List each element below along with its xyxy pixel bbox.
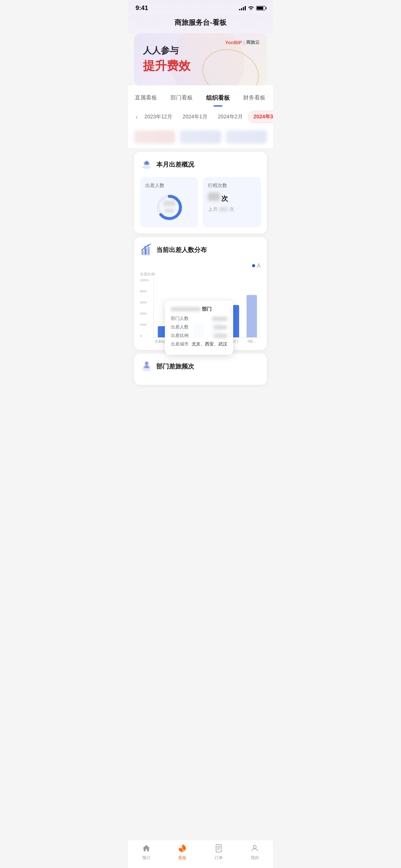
- chart-tooltip: 部门 部门人数 出差人数 出差比例: [165, 301, 233, 355]
- trip-last-unit: 次: [229, 206, 234, 213]
- blur-item-3: [226, 130, 267, 144]
- x-label-f: F部...: [244, 339, 260, 344]
- trip-overview-card: 本月出差概况 出差人数 行程次数: [134, 152, 267, 233]
- month-2024-03[interactable]: 2024年3月: [248, 111, 273, 123]
- svg-rect-5: [144, 248, 147, 255]
- trip-overview-icon: [140, 158, 153, 171]
- y-tick-60: 60%: [140, 301, 149, 304]
- svg-point-1: [146, 162, 148, 164]
- y-tick-20: 20%: [140, 323, 149, 327]
- donut-chart: [154, 193, 184, 222]
- blur-item-2: [180, 130, 221, 144]
- dept-section-header: 部门差旅频次: [140, 360, 261, 373]
- trip-count: 次: [208, 193, 256, 203]
- tooltip-row-people-val: [212, 317, 227, 321]
- wifi-icon: [248, 5, 254, 11]
- tooltip-title: 部门: [171, 306, 227, 312]
- svg-point-10: [147, 245, 149, 246]
- trip-overview-content: 出差人数 行程次数 次: [140, 177, 261, 227]
- trip-last-num: [219, 207, 228, 212]
- tooltip-row-city: 出差城市 北京、西安、武汉: [171, 341, 227, 347]
- month-prev-arrow[interactable]: ‹: [134, 113, 139, 121]
- donut-center: [163, 201, 175, 214]
- banner-line2: 提升费效: [143, 58, 258, 74]
- trip-overview-title: 本月出差概况: [156, 160, 194, 169]
- trip-count-unit: 次: [221, 194, 228, 203]
- blur-row: [128, 127, 273, 148]
- distribution-section: 当前出差人数分布 人 出差比例 100% 80% 60% 40% 20% 0: [134, 237, 267, 350]
- tab-zhishu[interactable]: 直属看板: [128, 91, 164, 107]
- svg-point-0: [142, 166, 151, 169]
- svg-point-13: [145, 361, 149, 365]
- trip-trips-label: 行程次数: [208, 182, 256, 189]
- donut-sub: [165, 209, 174, 213]
- month-2024-02[interactable]: 2024年2月: [213, 111, 248, 122]
- tab-geren[interactable]: 个人: [272, 91, 273, 107]
- bar-chart: 部门 部门人数 出差人数 出差比例: [153, 278, 261, 338]
- svg-point-12: [142, 369, 151, 371]
- svg-rect-6: [147, 247, 150, 255]
- tooltip-row-trips-val: [214, 325, 227, 330]
- status-bar: 9:41: [128, 0, 273, 15]
- tab-bumen[interactable]: 部门看板: [164, 91, 199, 107]
- tab-caiwu[interactable]: 财务看板: [237, 91, 272, 107]
- tooltip-row-ratio: 出差比例: [171, 333, 227, 339]
- svg-point-8: [141, 249, 143, 250]
- dept-icon: [140, 360, 153, 373]
- bar-bumen-f-bar: [247, 295, 257, 337]
- legend-dot: [252, 264, 255, 267]
- header: 商旅服务台-看板: [128, 15, 273, 33]
- trip-last: 上月 次: [208, 206, 256, 213]
- month-selector: ‹ 2023年12月 2024年1月 2024年2月 2024年3月 ›: [128, 107, 273, 127]
- y-axis-label: 出差比例: [140, 272, 261, 277]
- battery-icon: [256, 6, 265, 10]
- status-icons: [239, 5, 265, 11]
- tooltip-row-people: 部门人数: [171, 315, 227, 322]
- month-2023-12[interactable]: 2023年12月: [139, 111, 177, 122]
- svg-point-9: [144, 246, 146, 248]
- chart-legend: 人: [140, 262, 261, 269]
- banner-line1: 人人参与: [143, 45, 258, 56]
- bar-bumen-f: [244, 278, 260, 337]
- trip-count-num: [208, 193, 220, 201]
- trip-right: 次 上月 次: [208, 193, 256, 213]
- page-title: 商旅服务台-看板: [175, 19, 226, 26]
- signal-icon: [239, 6, 246, 10]
- trip-people-col: 出差人数: [140, 177, 198, 227]
- blur-item-1: [134, 130, 175, 144]
- trip-overview-header: 本月出差概况: [140, 158, 261, 171]
- trip-last-label: 上月: [208, 206, 218, 213]
- svg-point-11: [142, 254, 151, 256]
- y-tick-100: 100%: [140, 278, 149, 282]
- dept-section-title: 部门差旅频次: [156, 362, 194, 371]
- svg-rect-4: [141, 250, 144, 255]
- bar-chart-area: 出差比例 100% 80% 60% 40% 20% 0: [140, 272, 261, 344]
- tooltip-row-people-label: 部门人数: [171, 315, 189, 322]
- tooltip-row-city-val: 北京、西安、武汉: [192, 341, 227, 347]
- tooltip-row-trips: 出差人数: [171, 324, 227, 330]
- y-tick-40: 40%: [140, 312, 149, 315]
- y-tick-80: 80%: [140, 289, 149, 293]
- tooltip-row-ratio-label: 出差比例: [171, 333, 189, 339]
- dist-icon: [140, 243, 153, 256]
- y-tick-0: 0: [140, 334, 149, 338]
- dept-section: 部门差旅频次: [134, 354, 267, 385]
- tooltip-dept-name: [171, 307, 200, 311]
- tooltip-row-ratio-val: [214, 334, 227, 338]
- tabs-nav: 直属看板 部门看板 组织看板 财务看板 个人: [128, 85, 273, 107]
- banner: YonBIP | 商旅云 人人参与 提升费效: [134, 33, 267, 85]
- status-time: 9:41: [136, 4, 148, 12]
- y-axis: 100% 80% 60% 40% 20% 0: [140, 278, 149, 338]
- trip-people-label: 出差人数: [145, 182, 193, 189]
- legend-label: 人: [257, 262, 261, 269]
- trip-trips-col: 行程次数 次 上月 次: [203, 177, 261, 227]
- tooltip-row-city-label: 出差城市: [171, 341, 189, 347]
- month-2024-01[interactable]: 2024年1月: [177, 111, 213, 122]
- dist-title: 当前出差人数分布: [156, 246, 207, 254]
- tooltip-dept-label: 部门: [202, 306, 212, 312]
- dist-header: 当前出差人数分布: [140, 243, 261, 256]
- tooltip-row-trips-label: 出差人数: [171, 324, 189, 330]
- donut-number: [163, 201, 175, 206]
- tab-zuzhi[interactable]: 组织看板: [199, 91, 237, 107]
